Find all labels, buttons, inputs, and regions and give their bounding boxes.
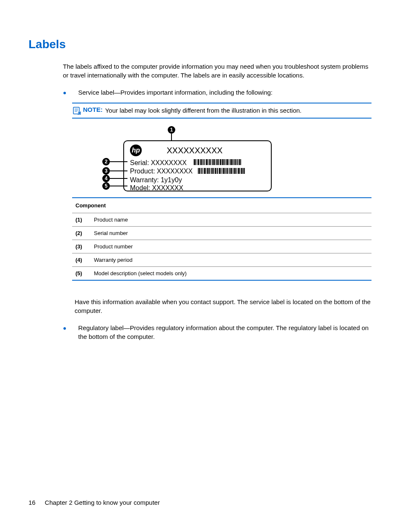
label-product-text: Product: XXXXXXXX <box>130 168 192 175</box>
after-paragraph: Have this information available when you… <box>75 297 371 315</box>
label-product-line: Product: XXXXXXXX <box>130 167 245 176</box>
note-text: Your label may look slightly different f… <box>105 106 302 115</box>
service-label-diagram: 1 2 3 4 5 hp XXXXXXXXXX Serial: XXXXXXXX… <box>72 126 371 195</box>
bullet-dot-icon: ● <box>63 89 66 96</box>
chapter-title: Chapter 2 Getting to know your computer <box>45 499 160 506</box>
table-row: (5) Model description (select models onl… <box>72 267 371 281</box>
barcode-icon <box>194 159 241 167</box>
intro-paragraph: The labels affixed to the computer provi… <box>63 62 371 80</box>
row-desc: Model description (select models only) <box>91 267 371 281</box>
table-row: (3) Product number <box>72 240 371 253</box>
barcode-icon <box>198 168 245 176</box>
hp-logo-icon: hp <box>130 145 142 156</box>
note-label: NOTE: <box>83 106 103 113</box>
page-title: Labels <box>29 38 371 51</box>
row-num: (4) <box>72 253 91 267</box>
row-desc: Product name <box>91 213 371 227</box>
callout-5: 5 <box>102 182 110 190</box>
row-desc: Serial number <box>91 227 371 240</box>
callout-2: 2 <box>102 158 110 165</box>
note-icon <box>72 106 81 115</box>
page-footer: 16 Chapter 2 Getting to know your comput… <box>29 499 160 506</box>
row-desc: Warranty period <box>91 253 371 267</box>
component-table: Component (1) Product name (2) Serial nu… <box>72 197 371 281</box>
bullet-item-regulatory: ● Regulatory label—Provides regulatory i… <box>63 323 371 341</box>
label-warranty-line: Warranty: 1y1y0y <box>130 176 245 184</box>
table-row: (1) Product name <box>72 213 371 227</box>
bullet-item-service: ● Service label—Provides important infor… <box>63 88 371 97</box>
label-product-name: XXXXXXXXXX <box>166 146 222 155</box>
bullet-text: Service label—Provides important informa… <box>78 88 273 97</box>
label-model-line: Model: XXXXXXX <box>130 184 245 192</box>
callout-3: 3 <box>102 167 110 175</box>
callout-line <box>171 134 172 140</box>
table-row: (2) Serial number <box>72 227 371 240</box>
svg-rect-0 <box>73 107 79 114</box>
callout-1: 1 <box>168 126 175 134</box>
page-number: 16 <box>29 499 36 506</box>
row-num: (2) <box>72 227 91 240</box>
row-num: (5) <box>72 267 91 281</box>
bullet-dot-icon: ● <box>63 325 66 331</box>
row-num: (3) <box>72 240 91 253</box>
label-serial-text: Serial: XXXXXXXX <box>130 159 187 166</box>
note-box: NOTE: Your label may look slightly diffe… <box>72 103 371 119</box>
table-row: (4) Warranty period <box>72 253 371 267</box>
table-header: Component <box>72 198 371 213</box>
row-num: (1) <box>72 213 91 227</box>
row-desc: Product number <box>91 240 371 253</box>
label-serial-line: Serial: XXXXXXXX <box>130 159 245 167</box>
label-box: hp XXXXXXXXXX Serial: XXXXXXXX Product: … <box>123 140 272 191</box>
bullet-text: Regulatory label—Provides regulatory inf… <box>78 323 371 341</box>
callout-4: 4 <box>102 175 110 182</box>
